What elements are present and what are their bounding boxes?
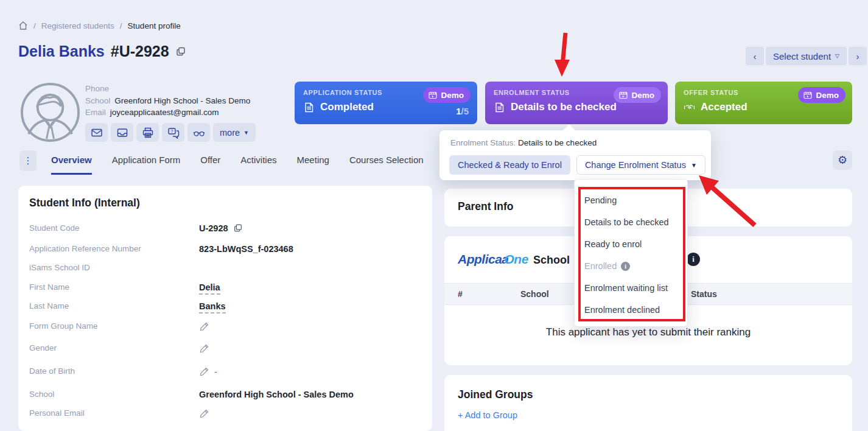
copy-icon[interactable]: [175, 46, 186, 57]
inbox-button[interactable]: [111, 123, 133, 142]
field-label: School: [29, 390, 199, 399]
info-row-last-name: Last Name Banks: [29, 301, 226, 314]
application-ref-value: 823-LbWqSS_f-023468: [199, 244, 293, 254]
student-info-card: Student Info (Internal) Student Code U-2…: [18, 186, 432, 431]
joined-groups-card: Joined Groups + Add to Group: [444, 375, 852, 431]
clapperboard-icon: [803, 91, 812, 99]
pencil-icon[interactable]: [199, 408, 209, 419]
pencil-icon[interactable]: [199, 343, 209, 354]
field-label: iSams School ID: [29, 263, 199, 272]
printer-icon: [142, 127, 154, 139]
dropdown-item-enrolment-waiting-list[interactable]: Enrolment waiting list: [575, 277, 687, 299]
kebab-menu-icon[interactable]: ⋮: [19, 150, 37, 171]
field-label: Form Group Name: [29, 321, 199, 332]
chat-question-icon: ?: [167, 127, 180, 139]
chevron-down-icon: ▽: [835, 53, 839, 59]
pencil-icon[interactable]: [199, 366, 209, 377]
info-row-application-ref: Application Reference Number 823-LbWqSS_…: [29, 244, 293, 254]
caret-down-icon: ▼: [691, 162, 697, 169]
tab-overview[interactable]: Overview: [51, 155, 92, 175]
demo-badge[interactable]: Demo: [614, 87, 661, 103]
tab-offer[interactable]: Offer: [200, 155, 220, 175]
tab-activities[interactable]: Activities: [240, 155, 276, 175]
popover-status-label: Enrolment Status:: [450, 138, 516, 147]
contact-info: Phone School Greenford High School - Sal…: [85, 83, 250, 119]
dropdown-item-pending[interactable]: Pending: [575, 189, 687, 211]
page-title: Delia Banks #U-2928: [18, 43, 186, 60]
view-as-button[interactable]: [187, 123, 210, 142]
inbox-icon: [116, 127, 128, 139]
email-label: Email: [85, 107, 106, 119]
first-name-value[interactable]: Delia: [199, 282, 220, 295]
info-icon[interactable]: i: [687, 253, 700, 266]
phone-label: Phone: [85, 83, 109, 95]
add-to-group-button[interactable]: + Add to Group: [458, 410, 517, 420]
dropdown-item-enrolled-label: Enrolled: [584, 261, 617, 271]
info-icon: i: [621, 262, 630, 271]
info-row-school: School Greenford High School - Sales Dem…: [29, 390, 354, 399]
enrolment-status-popover: Enrolment Status: Details to be checked …: [439, 130, 711, 180]
change-enrolment-status-label: Change Enrolment Status: [585, 160, 686, 170]
email-button[interactable]: [85, 123, 108, 142]
document-icon: [303, 102, 315, 113]
column-number: #: [458, 289, 463, 299]
previous-student-button[interactable]: ‹: [746, 47, 764, 65]
enrolment-status-card[interactable]: ENROLMENT STATUS Demo Details to be chec…: [485, 82, 668, 124]
student-navigation: ‹ Select student ▽ ›: [746, 47, 867, 65]
field-label: Last Name: [29, 301, 199, 314]
checked-ready-to-enrol-button[interactable]: Checked & Ready to Enrol: [449, 155, 570, 175]
ranking-empty-message: This applicant has yet to submit their r…: [444, 326, 852, 338]
info-row-student-code: Student Code U-2928: [29, 223, 243, 233]
avatar: [20, 82, 80, 142]
print-button[interactable]: [136, 123, 159, 142]
demo-badge-label: Demo: [631, 91, 654, 100]
pencil-icon[interactable]: [199, 321, 209, 332]
tab-application-form[interactable]: Application Form: [112, 155, 181, 175]
popover-status-value: Details to be checked: [518, 138, 597, 147]
gear-icon[interactable]: ⚙: [833, 150, 852, 170]
more-button[interactable]: more ▼: [213, 123, 256, 142]
dropdown-item-ready-to-enrol[interactable]: Ready to enrol: [575, 233, 687, 255]
clapperboard-icon: [429, 91, 437, 99]
email-value: joyceapplicaatest@gmail.com: [110, 107, 219, 119]
home-icon[interactable]: [18, 21, 28, 30]
tab-meeting[interactable]: Meeting: [297, 155, 329, 175]
student-name: Delia Banks: [18, 43, 105, 60]
logo-applicaa: Applicaa: [458, 252, 509, 266]
school-value: Greenford High School - Sales Demo: [199, 390, 354, 399]
field-label: Student Code: [29, 223, 199, 233]
next-student-button[interactable]: ›: [849, 47, 867, 65]
change-enrolment-status-button[interactable]: Change Enrolment Status ▼: [576, 155, 705, 175]
offer-status-card[interactable]: OFFER STATUS Demo Accepted: [675, 82, 852, 124]
student-code: #U-2928: [111, 43, 169, 60]
field-label: Gender: [29, 343, 199, 354]
demo-badge[interactable]: Demo: [423, 87, 471, 103]
dob-value: -: [214, 367, 217, 377]
select-student-dropdown[interactable]: Select student ▽: [766, 47, 847, 65]
field-label: Application Reference Number: [29, 244, 199, 254]
info-row-isams-id: iSams School ID: [29, 263, 199, 272]
field-label: Personal Email: [29, 408, 199, 419]
joined-groups-title: Joined Groups: [458, 388, 533, 401]
chat-button[interactable]: ?: [162, 123, 184, 142]
enrolment-status-dropdown: Pending Details to be checked Ready to e…: [574, 179, 688, 327]
field-label: Date of Birth: [29, 366, 199, 377]
demo-badge[interactable]: Demo: [798, 87, 845, 103]
breadcrumb-registered-students[interactable]: Registered students: [41, 21, 114, 30]
last-name-value[interactable]: Banks: [199, 301, 226, 314]
envelope-icon: [91, 127, 103, 139]
student-code-value: U-2928: [199, 223, 228, 233]
field-label: First Name: [29, 282, 199, 295]
dropdown-item-enrolment-declined[interactable]: Enrolment declined: [575, 299, 687, 321]
logo-school-label: School: [533, 254, 570, 267]
school-value: Greenford High School - Sales Demo: [114, 95, 250, 107]
student-profile-screen: / Registered students / Student profile …: [0, 0, 868, 431]
application-status-card[interactable]: APPLICATION STATUS Demo Completed 1/5: [295, 82, 477, 124]
offer-status-value: Accepted: [701, 101, 747, 113]
document-icon: [494, 102, 505, 113]
dropdown-item-details-to-be-checked[interactable]: Details to be checked: [575, 211, 687, 233]
column-school: School: [520, 289, 549, 299]
tab-courses-selection[interactable]: Courses Selection: [349, 155, 424, 175]
popover-status-line: Enrolment Status: Details to be checked: [450, 138, 597, 147]
copy-icon[interactable]: [233, 223, 243, 233]
